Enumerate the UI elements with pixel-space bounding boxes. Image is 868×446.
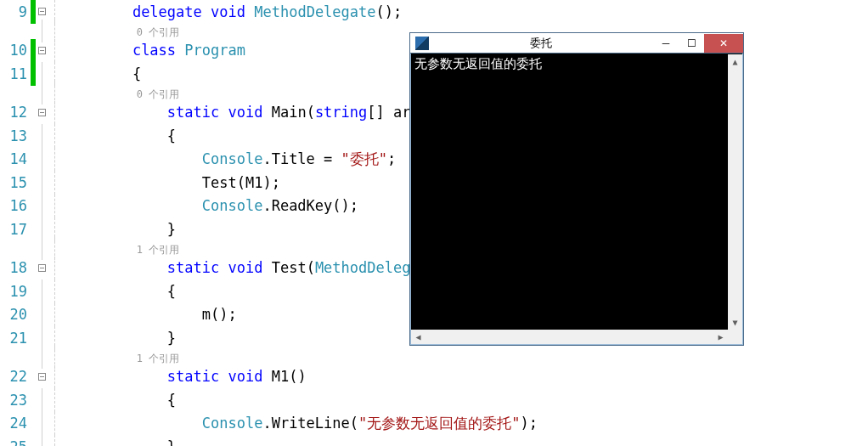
code-line[interactable]: 22 static void M1() (0, 365, 868, 389)
code-text[interactable]: delegate void MethodDelegate(); (63, 3, 868, 20)
line-number: 10 (0, 42, 31, 59)
code-text[interactable]: { (63, 392, 868, 409)
indent-guide (48, 365, 63, 389)
token (63, 150, 202, 167)
scroll-left-icon[interactable]: ◀ (411, 330, 426, 344)
token: static (167, 259, 219, 276)
token: Main( (262, 104, 314, 121)
fold-guide (36, 435, 48, 446)
fold-toggle-icon[interactable] (36, 257, 48, 280)
token (176, 42, 184, 59)
token: MethodDelegate (254, 3, 375, 20)
code-text[interactable]: 1 个引用 (63, 348, 868, 366)
fold-guide (36, 171, 48, 195)
token: } (63, 221, 176, 238)
token: Program (184, 42, 245, 59)
indent-guide (48, 303, 63, 327)
line-number: 9 (0, 3, 31, 20)
scrollbar-corner (728, 330, 742, 344)
code-text[interactable]: Console.WriteLine("无参数无返回值的委托"); (63, 414, 868, 433)
code-line[interactable]: 9 delegate void MethodDelegate(); (0, 0, 868, 24)
token (245, 3, 254, 20)
token: .Title = (262, 150, 341, 167)
line-number: 15 (0, 174, 31, 191)
token: } (63, 438, 176, 446)
line-number: 25 (0, 438, 31, 446)
token: void (228, 259, 263, 276)
indent-guide (48, 171, 63, 195)
scroll-down-icon[interactable]: ▼ (728, 315, 742, 330)
app-icon (415, 37, 429, 50)
token: Test( (262, 259, 314, 276)
token (63, 104, 167, 121)
line-number: 12 (0, 104, 31, 121)
fold-toggle-icon[interactable] (36, 101, 48, 125)
maximize-button[interactable]: ☐ (679, 34, 704, 53)
token (219, 368, 228, 385)
code-editor: 9 delegate void MethodDelegate(); 0 个引用1… (0, 0, 868, 446)
indent-guide (48, 257, 63, 280)
indent-guide (48, 435, 63, 446)
line-number: 18 (0, 259, 31, 276)
line-number: 24 (0, 415, 31, 432)
line-number: 14 (0, 150, 31, 167)
minimize-button[interactable]: ─ (653, 34, 679, 53)
line-number: 20 (0, 306, 31, 323)
token: static (167, 368, 219, 385)
token: .ReadKey(); (262, 197, 358, 214)
token: m(); (63, 306, 237, 323)
codelens-reference[interactable]: 1 个引用 (63, 244, 179, 256)
indent-guide (48, 124, 63, 148)
code-text[interactable]: static void M1() (63, 368, 868, 385)
token: delegate (132, 3, 202, 20)
indent-guide (48, 388, 63, 412)
token: { (63, 127, 176, 144)
token: ; (387, 150, 396, 167)
fold-guide (36, 303, 48, 327)
indent-guide (48, 412, 63, 436)
fold-guide (36, 412, 48, 436)
code-text[interactable]: } (63, 438, 868, 446)
line-number: 21 (0, 330, 31, 347)
token: void (211, 3, 245, 20)
token: } (63, 330, 176, 347)
console-title: 委托 (429, 36, 653, 51)
code-line[interactable]: 1 个引用 (0, 350, 868, 365)
console-titlebar[interactable]: 委托 ─ ☐ ✕ (410, 33, 743, 54)
fold-toggle-icon[interactable] (36, 365, 48, 389)
token: { (63, 283, 176, 300)
line-number: 11 (0, 65, 31, 82)
codelens-reference[interactable]: 0 个引用 (63, 88, 179, 100)
token: string (315, 104, 367, 121)
fold-guide (36, 388, 48, 412)
line-number: 17 (0, 221, 31, 238)
token: Console (202, 150, 263, 167)
token (63, 197, 202, 214)
token (219, 104, 228, 121)
scroll-right-icon[interactable]: ▶ (713, 330, 728, 344)
token: "无参数无返回值的委托" (358, 415, 520, 432)
token: M1() (262, 368, 306, 385)
vertical-scrollbar[interactable]: ▲ ▼ (728, 54, 742, 330)
token: void (228, 368, 263, 385)
token (63, 415, 202, 432)
close-button[interactable]: ✕ (704, 34, 743, 53)
codelens-reference[interactable]: 0 个引用 (63, 26, 179, 38)
token: Console (202, 197, 263, 214)
console-output[interactable]: 无参数无返回值的委托 (411, 54, 728, 330)
indent-guide (48, 148, 63, 172)
codelens-reference[interactable]: 1 个引用 (63, 353, 179, 364)
code-line[interactable]: 25 } (0, 435, 868, 446)
horizontal-scrollbar[interactable]: ◀ ▶ (411, 330, 728, 344)
fold-toggle-icon[interactable] (36, 39, 48, 63)
code-line[interactable]: 23 { (0, 388, 868, 412)
scroll-up-icon[interactable]: ▲ (728, 54, 742, 69)
token (202, 3, 211, 20)
token (63, 3, 132, 20)
line-number: 23 (0, 392, 31, 409)
code-line[interactable]: 24 Console.WriteLine("无参数无返回值的委托"); (0, 412, 868, 436)
token: { (63, 392, 176, 409)
console-window: 委托 ─ ☐ ✕ 无参数无返回值的委托 ▲ ▼ ◀ ▶ (409, 32, 744, 346)
indent-guide (48, 101, 63, 125)
window-controls: ─ ☐ ✕ (653, 34, 743, 53)
